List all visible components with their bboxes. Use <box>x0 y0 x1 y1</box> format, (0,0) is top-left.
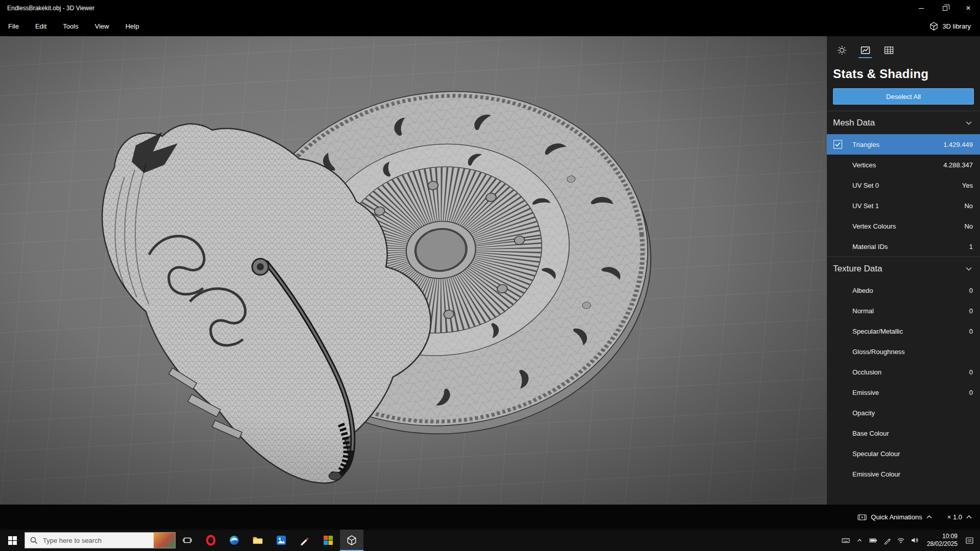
minimize-icon <box>919 8 924 9</box>
close-button[interactable]: ✕ <box>957 0 980 16</box>
system-tray: 10:09 28/02/2025 <box>839 530 980 551</box>
row-gloss-roughness[interactable]: Gloss/Roughness <box>827 341 980 362</box>
opera-icon <box>204 534 217 547</box>
tab-grid[interactable] <box>879 42 898 61</box>
tab-stats-shading[interactable] <box>855 42 875 61</box>
scene-3d <box>0 36 827 505</box>
quick-animations-control[interactable]: Quick Animations <box>857 513 932 521</box>
stat-label: Material IDs <box>852 243 888 251</box>
volume-icon[interactable] <box>908 530 922 551</box>
menubar: File Edit Tools View Help 3D library <box>0 16 980 36</box>
stat-value: 0 <box>969 389 973 396</box>
menu-tools[interactable]: Tools <box>55 16 86 36</box>
stat-value: 0 <box>969 368 973 376</box>
3d-library-label: 3D library <box>942 22 971 30</box>
mesh-data-label: Mesh Data <box>833 118 875 128</box>
action-center-button[interactable] <box>963 530 976 551</box>
row-opacity[interactable]: Opacity <box>827 403 980 423</box>
playback-speed-control[interactable]: × 1.0 <box>947 513 972 521</box>
stat-label: Base Colour <box>852 430 889 437</box>
status-bar: Quick Animations × 1.0 <box>0 505 980 530</box>
pen-app-icon <box>298 534 311 547</box>
panel-title: Stats & Shading <box>827 63 980 88</box>
taskbar-clock[interactable]: 10:09 28/02/2025 <box>922 533 963 548</box>
menu-help[interactable]: Help <box>117 16 148 36</box>
texture-data-rows: Albedo 0 Normal 0 Specular/Metallic 0 Gl… <box>827 280 980 484</box>
row-emissive[interactable]: Emissive 0 <box>827 382 980 403</box>
taskbar: 10:09 28/02/2025 <box>0 530 980 551</box>
mesh-data-header[interactable]: Mesh Data <box>827 111 980 134</box>
photos-app-icon <box>275 534 288 547</box>
touch-keyboard-icon[interactable] <box>839 530 853 551</box>
texture-data-header[interactable]: Texture Data <box>827 257 980 280</box>
row-uv-set-0[interactable]: UV Set 0 Yes <box>827 175 980 195</box>
stat-value: 4.288.347 <box>943 161 973 169</box>
row-base-colour[interactable]: Base Colour <box>827 423 980 443</box>
viewport[interactable] <box>0 36 827 505</box>
row-vertices[interactable]: Vertices 4.288.347 <box>827 155 980 175</box>
taskbar-file-explorer[interactable] <box>246 530 270 551</box>
stat-label: Triangles <box>852 141 879 148</box>
stat-value: 1.429.449 <box>943 141 973 148</box>
tab-environment[interactable] <box>832 42 851 61</box>
taskbar-3d-viewer[interactable] <box>340 530 363 551</box>
battery-icon[interactable] <box>867 530 880 551</box>
deselect-all-button[interactable]: Deselect All <box>833 88 974 105</box>
taskbar-photos-app[interactable] <box>270 530 293 551</box>
row-triangles[interactable]: Triangles 1.429.449 <box>827 134 980 155</box>
row-uv-set-1[interactable]: UV Set 1 No <box>827 195 980 216</box>
task-view-button[interactable] <box>176 530 199 551</box>
3d-viewer-cube-icon <box>345 534 358 547</box>
close-icon: ✕ <box>966 5 971 12</box>
mesh-data-rows: Triangles 1.429.449 Vertices 4.288.347 U… <box>827 134 980 257</box>
stat-label: Emissive Colour <box>852 470 900 478</box>
quick-animations-icon <box>857 514 867 521</box>
chevron-up-icon <box>926 515 932 519</box>
3d-library-button[interactable]: 3D library <box>920 16 980 36</box>
task-view-icon <box>183 536 192 545</box>
menu-view[interactable]: View <box>87 16 117 36</box>
pen-tray-icon[interactable] <box>880 530 894 551</box>
stat-value: 1 <box>969 243 973 251</box>
stat-label: UV Set 0 <box>852 182 879 189</box>
taskbar-edge[interactable] <box>223 530 246 551</box>
edge-icon <box>228 534 241 547</box>
menu-edit[interactable]: Edit <box>27 16 55 36</box>
chevron-down-icon <box>966 267 972 271</box>
restore-button[interactable] <box>933 0 957 16</box>
search-highlight-thumbnail[interactable] <box>154 533 175 548</box>
start-button[interactable] <box>0 530 24 551</box>
stat-label: Vertices <box>852 161 876 169</box>
row-specular-colour[interactable]: Specular Colour <box>827 443 980 464</box>
chevron-down-icon <box>966 121 972 125</box>
row-specular-metallic[interactable]: Specular/Metallic 0 <box>827 321 980 341</box>
stat-value: Yes <box>962 182 973 189</box>
row-emissive-colour[interactable]: Emissive Colour <box>827 464 980 484</box>
tray-chevron-up-icon[interactable] <box>853 530 867 551</box>
stats-shading-panel: Stats & Shading Deselect All Mesh Data T… <box>827 36 980 505</box>
row-albedo[interactable]: Albedo 0 <box>827 280 980 300</box>
stat-label: Gloss/Roughness <box>852 348 905 356</box>
taskbar-search[interactable] <box>24 532 176 548</box>
taskbar-opera[interactable] <box>199 530 223 551</box>
taskbar-store-app[interactable] <box>316 530 340 551</box>
texture-data-label: Texture Data <box>833 264 882 274</box>
menu-file[interactable]: File <box>0 16 27 36</box>
quick-animations-label: Quick Animations <box>871 513 922 521</box>
stat-value: 0 <box>969 328 973 335</box>
search-input[interactable] <box>40 537 154 544</box>
stat-label: Vertex Colours <box>852 222 896 230</box>
minimize-button[interactable] <box>910 0 933 16</box>
taskbar-pen-app[interactable] <box>293 530 316 551</box>
row-material-ids[interactable]: Material IDs 1 <box>827 236 980 257</box>
triangles-checkbox[interactable] <box>834 140 842 149</box>
wifi-icon[interactable] <box>894 530 908 551</box>
row-vertex-colours[interactable]: Vertex Colours No <box>827 216 980 236</box>
row-normal[interactable]: Normal 0 <box>827 300 980 321</box>
sun-icon <box>837 45 847 55</box>
stat-value: No <box>964 202 973 210</box>
file-explorer-icon <box>251 534 264 547</box>
panel-tabs <box>827 36 980 63</box>
row-occlusion[interactable]: Occlusion 0 <box>827 362 980 382</box>
clock-time: 10:09 <box>927 533 958 540</box>
